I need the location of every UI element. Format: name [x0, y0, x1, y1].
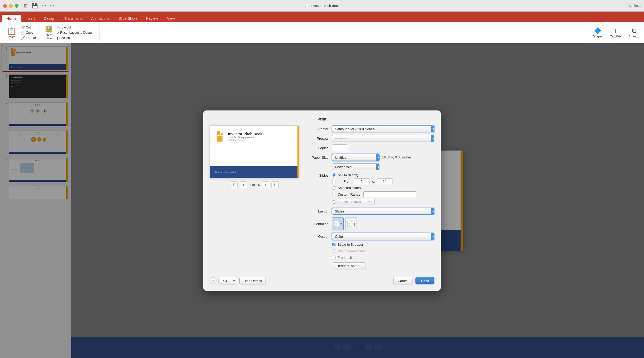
shapes-icon: 🔷 — [594, 27, 601, 34]
section-icon: § — [56, 36, 58, 40]
frame-checkbox-row: Frame slides — [332, 256, 357, 260]
tab-insert[interactable]: Insert — [21, 15, 39, 22]
print-dialog: Print — [203, 110, 441, 291]
ribbon-tabs: Home Insert Design Transitions Animation… — [0, 12, 644, 22]
scale-checkbox[interactable] — [332, 243, 335, 246]
reset-icon: ↺ — [56, 31, 59, 35]
header-footer-button[interactable]: Header/Footer... — [332, 262, 366, 269]
preview-last-button[interactable]: ⟫ — [271, 181, 279, 188]
window-title: 📊 investor-pitch-deck — [305, 4, 339, 8]
close-button[interactable] — [3, 4, 7, 8]
undo-icon[interactable]: ↩ — [42, 3, 46, 9]
new-slide-button[interactable]: 🖼️ New Slide — [43, 25, 54, 41]
maximize-button[interactable] — [15, 4, 18, 8]
arrange-button[interactable]: ⧉ Arrang... — [627, 26, 642, 39]
arrange-icon: ⧉ — [632, 27, 636, 34]
slides-group: 🖼️ New Slide ⬜ Layout ↺ Reset Layout to … — [41, 23, 97, 42]
minimize-button[interactable] — [9, 4, 13, 8]
dialog-settings: Printer: Samsung ML-2160 Series ▼ Preset… — [306, 125, 434, 269]
paper-type-arrow[interactable]: ▼ — [376, 164, 380, 170]
selected-slides-radio[interactable] — [332, 186, 335, 190]
layout-arrow[interactable]: ▼ — [431, 208, 434, 214]
grid-icon[interactable]: ⊞ — [24, 3, 28, 9]
paper-type-row: PowerPoint ▼ — [306, 163, 434, 170]
from-input[interactable] — [354, 178, 370, 184]
slide-sub: ⬜ Layout ↺ Reset Layout to Default § Sec… — [55, 25, 95, 40]
redo-icon[interactable]: ↪ — [50, 3, 54, 9]
frame-slides-row: Frame slides — [306, 256, 434, 260]
tab-slideshow[interactable]: Slide Show — [114, 15, 141, 22]
cut-button[interactable]: ✂️ Cut — [19, 25, 37, 30]
preview-footer: Contact Information — [210, 166, 299, 178]
print-button[interactable]: Print — [415, 277, 434, 284]
pdf-dropdown-arrow[interactable]: ▼ — [231, 277, 237, 284]
preview-nav: ⟪ ‹ 1 of 14 › ⟫ — [230, 181, 279, 188]
main-area: 1 Investor Pitch Deck Subtitle of the pr… — [0, 43, 644, 358]
printer-arrow[interactable]: ▼ — [431, 126, 434, 132]
dialog-overlay: Print — [0, 43, 644, 358]
format-button[interactable]: 🖌️ Format — [19, 36, 37, 40]
from-to-radio[interactable] — [332, 180, 335, 183]
header-footer-row: Header/Footer... — [306, 262, 434, 269]
text-box-button[interactable]: T Text Box — [608, 26, 623, 39]
traffic-lights — [3, 4, 18, 8]
landscape-icon: 📄↑ — [347, 221, 356, 227]
reset-layout-button[interactable]: ↺ Reset Layout to Default — [55, 30, 95, 35]
presets-arrow[interactable]: ▼ — [431, 135, 434, 142]
slides-radio-group: All (14 slides) From: to: — [332, 173, 416, 205]
hidden-slides-checkbox — [332, 249, 335, 253]
output-row: Output: Color ▼ — [306, 233, 434, 240]
presets-select[interactable]: ●●●●●●● ▼ — [332, 135, 434, 142]
output-select[interactable]: Color ▼ — [332, 233, 434, 240]
text-box-icon: T — [614, 27, 617, 34]
paste-icon: 📋 — [7, 27, 16, 35]
tab-animations[interactable]: Animations — [87, 15, 113, 22]
to-input[interactable] — [377, 178, 392, 184]
tab-design[interactable]: Design — [40, 15, 60, 22]
tab-home[interactable]: Home — [2, 15, 21, 22]
section-button[interactable]: § Section — [55, 36, 95, 40]
paste-button[interactable]: 📋 Paste — [4, 26, 19, 40]
copy-icon: 📄 — [21, 31, 25, 35]
output-arrow[interactable]: ▼ — [431, 233, 434, 240]
copy-button[interactable]: 📄 Copy — [19, 30, 37, 35]
custom-range-input[interactable] — [363, 191, 416, 197]
slides-row: Slides: All (14 slides) From: — [306, 173, 434, 205]
landscape-button[interactable]: 📄↑ — [345, 217, 357, 230]
layout-button[interactable]: ⬜ Layout — [55, 25, 95, 30]
paper-size-arrow[interactable]: ▼ — [376, 154, 380, 161]
preview-prev-button[interactable]: ‹ — [240, 181, 247, 188]
orientation-row: Orientation: 📄↑ 📄↑ — [306, 217, 434, 230]
cancel-button[interactable]: Cancel — [393, 277, 413, 284]
printer-row: Printer: Samsung ML-2160 Series ▼ — [306, 125, 434, 132]
tab-transitions[interactable]: Transitions — [60, 15, 87, 22]
search-icon[interactable]: 🔍 — [627, 4, 632, 8]
frame-checkbox[interactable] — [332, 256, 335, 259]
printer-select[interactable]: Samsung ML-2160 Series ▼ — [332, 125, 434, 132]
help-button[interactable]: ? — [210, 277, 216, 284]
layout-select[interactable]: Slides ▼ — [332, 208, 434, 215]
pdf-button[interactable]: PDF ▼ — [219, 277, 237, 284]
layout-row: Layout: Slides ▼ — [306, 208, 434, 215]
portrait-icon: 📄↑ — [333, 221, 343, 227]
scale-row: Scale to fit paper — [306, 243, 434, 246]
all-slides-radio[interactable] — [332, 173, 335, 177]
save-icon[interactable]: 💾 — [32, 3, 38, 9]
share-label: Se... — [634, 4, 641, 8]
custom-shows-select[interactable]: Custom Shows ⌃⌄ — [338, 199, 375, 205]
preview-first-button[interactable]: ⟪ — [230, 181, 238, 188]
from-to-row: From: to: — [332, 178, 416, 184]
custom-range-radio[interactable] — [332, 193, 335, 196]
preview-next-button[interactable]: › — [262, 181, 269, 188]
paper-type-select[interactable]: PowerPoint ▼ — [332, 163, 380, 170]
copies-input[interactable] — [332, 144, 348, 151]
hide-details-button[interactable]: Hide Details — [239, 277, 266, 284]
portrait-button[interactable]: 📄↑ — [332, 217, 344, 230]
scale-checkbox-row: Scale to fit paper — [332, 243, 363, 246]
shapes-button[interactable]: 🔷 Shapes — [591, 26, 605, 39]
tab-review[interactable]: Review — [142, 15, 162, 22]
tab-view[interactable]: View — [163, 15, 179, 22]
custom-shows-radio[interactable] — [332, 200, 335, 204]
titlebar-right: 🔍 Se... — [627, 4, 641, 8]
paper-size-select[interactable]: Untitled ▼ — [332, 154, 380, 161]
